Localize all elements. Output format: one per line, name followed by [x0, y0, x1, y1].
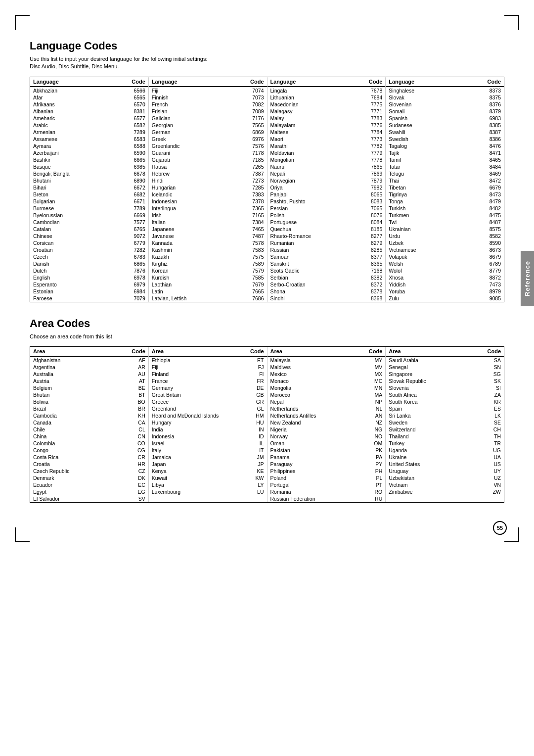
- lang-code: 7285: [244, 185, 264, 190]
- table-row: NetherlandsNL: [267, 405, 386, 412]
- area-name: Italy: [152, 447, 248, 453]
- lang-code: 8385: [481, 122, 501, 128]
- lang-code: 8487: [481, 219, 501, 225]
- area-code: RO: [366, 489, 382, 495]
- area-code: NO: [366, 433, 382, 439]
- table-row: GreenlandGL: [149, 405, 267, 412]
- table-row: Russian8285: [267, 246, 386, 253]
- area-name: Greenland: [152, 406, 248, 412]
- lang-name: Kazakh: [152, 254, 244, 260]
- table-row: Danish6865: [30, 260, 148, 267]
- area-name: Indonesia: [152, 433, 248, 439]
- area-name: Vietnam: [389, 482, 485, 488]
- area-code: MN: [366, 385, 382, 391]
- table-row: SwedenSE: [386, 419, 504, 426]
- lang-name: Norwegian: [270, 178, 363, 184]
- table-row: SingaporeSG: [386, 371, 504, 378]
- table-row: Tagalog8476: [386, 142, 504, 149]
- lang-code: 6978: [126, 275, 145, 281]
- lang-name: Finnish: [152, 94, 244, 100]
- lang-code: 6779: [126, 240, 145, 246]
- table-row: Esperanto6979: [30, 281, 148, 288]
- lang-code: 7776: [362, 122, 382, 128]
- area-name: Zimbabwe: [389, 489, 485, 495]
- lang-name: Danish: [33, 261, 126, 267]
- lang-name: Ameharic: [33, 115, 126, 121]
- lang-name: Scots Gaelic: [270, 268, 363, 274]
- area-code: CA: [130, 420, 145, 425]
- area-name: Congo: [33, 447, 130, 453]
- lang-code: 8979: [481, 288, 501, 294]
- lang-name: Sudanese: [389, 122, 481, 128]
- lang-name: Twi: [389, 219, 481, 225]
- table-row: Fiji7074: [149, 87, 267, 94]
- area-code: CG: [130, 447, 145, 453]
- lang-name: Urdu: [389, 233, 481, 239]
- lang-col-header-label: Language: [33, 79, 126, 85]
- table-row: French7082: [149, 101, 267, 108]
- lang-col-header-0: LanguageCode: [30, 77, 148, 87]
- area-code: JP: [248, 461, 264, 467]
- table-row: ArgentinaAR: [30, 364, 148, 371]
- lang-code: 8372: [362, 282, 382, 287]
- lang-name: Georgian: [152, 122, 244, 128]
- area-code: ID: [248, 433, 264, 439]
- lang-code: 8378: [362, 288, 382, 294]
- lang-name: Breton: [33, 191, 126, 197]
- area-name: Greece: [152, 399, 248, 405]
- table-row: Volapük8679: [386, 253, 504, 260]
- area-name: Portugal: [270, 482, 367, 488]
- table-row: Thai8472: [386, 177, 504, 184]
- lang-code: 7783: [362, 115, 382, 121]
- lang-name: Swahili: [389, 129, 481, 135]
- area-col-header-label: Area: [270, 348, 367, 354]
- area-code: CZ: [130, 468, 145, 474]
- lang-col-header-code: Code: [126, 79, 145, 85]
- lang-code: 7784: [362, 129, 382, 135]
- lang-name: Arabic: [33, 122, 126, 128]
- area-name: Nepal: [270, 399, 367, 405]
- area-name: Germany: [152, 385, 248, 391]
- lang-code: 6669: [126, 212, 145, 218]
- table-row: Italian7384: [149, 219, 267, 226]
- lang-code: 6582: [126, 122, 145, 128]
- lang-name: French: [152, 101, 244, 107]
- lang-code: 8679: [481, 254, 501, 260]
- area-name: Maldives: [270, 364, 367, 370]
- lang-name: Guarani: [152, 150, 244, 156]
- lang-code: 7982: [362, 185, 382, 190]
- table-row: Rhaeto-Romance8277: [267, 233, 386, 239]
- area-col-header-label: Area: [33, 348, 130, 354]
- lang-code: 7487: [244, 233, 264, 239]
- area-code: DE: [248, 385, 264, 391]
- area-name: China: [33, 433, 130, 439]
- table-row: Assamese6583: [30, 136, 148, 142]
- table-row: JamaicaJM: [149, 454, 267, 461]
- lang-code: 6984: [126, 288, 145, 294]
- table-row: CongoCG: [30, 447, 148, 454]
- area-code: JM: [248, 454, 264, 460]
- lang-name: Hausa: [152, 164, 244, 170]
- lang-name: Javanese: [152, 233, 244, 239]
- lang-name: Serbo-Croatian: [270, 282, 363, 287]
- table-row: UkraineUA: [386, 454, 504, 461]
- lang-code: 8379: [481, 108, 501, 114]
- lang-name: Estonian: [33, 288, 126, 294]
- lang-col-header-code: Code: [362, 79, 382, 85]
- table-row: Swahili8387: [386, 129, 504, 136]
- table-row: Chinese9072: [30, 233, 148, 239]
- area-code: UZ: [485, 475, 501, 481]
- lang-code: 7577: [126, 219, 145, 225]
- lang-name: Polish: [270, 212, 363, 218]
- lang-name: Samoan: [270, 254, 363, 260]
- lang-code: 8575: [481, 226, 501, 232]
- lang-name: Serbian: [270, 275, 363, 281]
- lang-name: Interlingua: [152, 205, 244, 211]
- lang-code: 8872: [481, 275, 501, 281]
- area-code: SK: [485, 378, 501, 384]
- table-row: Persian7065: [267, 205, 386, 212]
- table-row: United StatesUS: [386, 461, 504, 468]
- lang-name: Greenlandic: [152, 143, 244, 149]
- area-name: Pakistan: [270, 447, 367, 453]
- language-codes-table: LanguageCodeAbkhazian6566Afar6565Afrikaa…: [30, 77, 504, 302]
